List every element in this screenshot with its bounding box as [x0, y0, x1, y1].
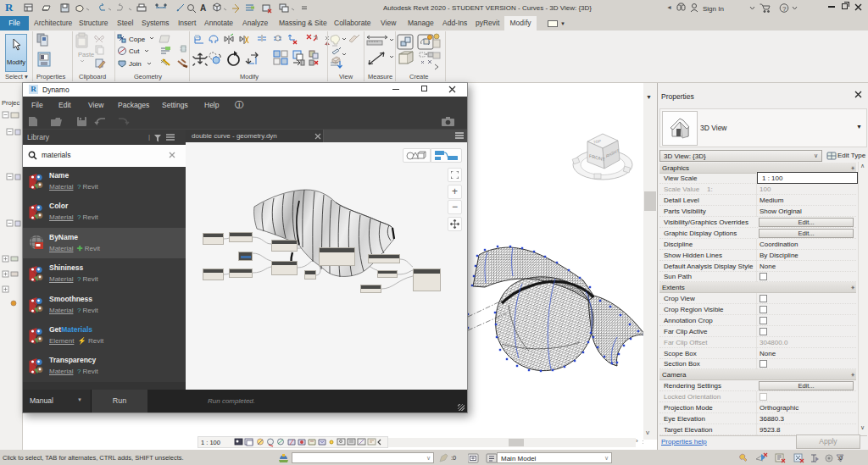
svg-text:Sign In: Sign In [703, 5, 724, 13]
svg-text:?: ? [782, 5, 787, 13]
svg-text:A: A [200, 3, 206, 13]
svg-text:Cope: Cope [129, 36, 146, 43]
svg-text:Cut: Cut [129, 47, 140, 55]
svg-text:Join: Join [129, 60, 142, 68]
svg-text:Paste: Paste [78, 51, 94, 58]
